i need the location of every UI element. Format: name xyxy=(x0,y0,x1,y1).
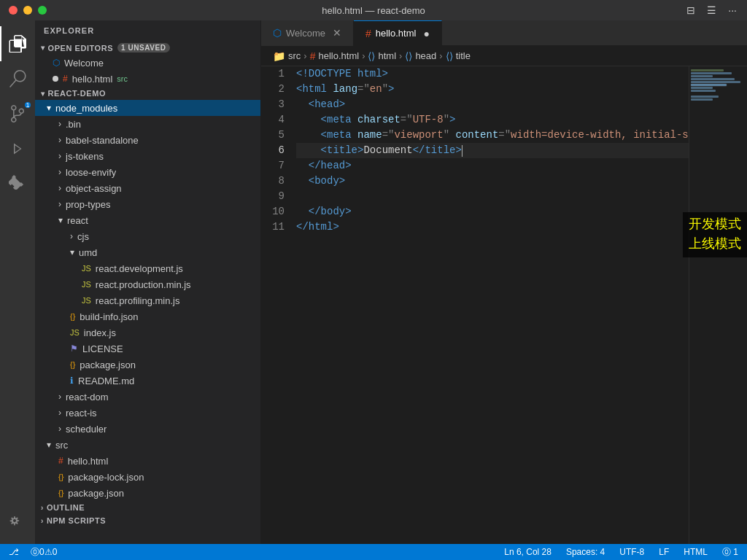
activity-extensions[interactable] xyxy=(0,166,35,201)
json-icon: {} xyxy=(58,489,63,497)
hello-html-tab-close[interactable]: ● xyxy=(423,28,429,39)
react-dom-folder[interactable]: › react-dom xyxy=(35,389,260,405)
react-demo-section[interactable]: ▾ React-Demo xyxy=(35,87,260,100)
code-content[interactable]: <!DOCTYPE html> <html lang="en"> <head> … xyxy=(296,66,689,544)
more-actions-icon[interactable]: ··· xyxy=(725,3,740,18)
sidebar-header: Explorer xyxy=(35,20,260,41)
package-json-root[interactable]: {} package.json xyxy=(35,485,260,501)
react-dom-name: react-dom xyxy=(66,392,109,402)
license-file[interactable]: ⚑ LICENSE xyxy=(35,341,260,357)
git-branch[interactable]: ⎇ xyxy=(6,544,22,560)
breadcrumb-hello-html[interactable]: # hello.html xyxy=(310,50,359,62)
language-mode[interactable]: HTML xyxy=(681,544,711,560)
readme-md[interactable]: ℹ README.md xyxy=(35,373,260,389)
folder-icon: › xyxy=(58,408,61,418)
breadcrumb-title[interactable]: ⟨⟩ title xyxy=(446,50,471,62)
babel-standalone-name: babel-standalone xyxy=(66,135,139,146)
object-assign-name: object-assign xyxy=(66,183,122,194)
react-profiling-min-js[interactable]: JS react.profiling.min.js xyxy=(35,292,260,308)
index-js[interactable]: JS index.js xyxy=(35,324,260,341)
welcome-tab-name: Welcome xyxy=(64,58,104,69)
node-modules-folder[interactable]: ▾ node_modules xyxy=(35,100,260,116)
open-editor-hello-html[interactable]: # hello.html src xyxy=(35,71,260,87)
package-json-react[interactable]: {} package.json xyxy=(35,357,260,373)
outline-section[interactable]: › Outline xyxy=(35,501,260,514)
cjs-folder[interactable]: › cjs xyxy=(35,228,260,244)
line-ending[interactable]: LF xyxy=(656,544,672,560)
welcome-tab[interactable]: ⬡ Welcome ✕ xyxy=(261,20,354,46)
npm-scripts-label: NPM Scripts xyxy=(47,516,106,525)
split-editor-icon[interactable]: ⊟ xyxy=(684,3,698,18)
loose-envify-folder[interactable]: › loose-envify xyxy=(35,164,260,180)
annotation-line-2: 上线模式 xyxy=(689,235,741,254)
cursor-position[interactable]: Ln 6, Col 28 xyxy=(501,544,554,560)
sidebar: Explorer ▾ Open Editors 1 Unsaved ⬡ Welc… xyxy=(35,20,261,544)
mini-line-11 xyxy=(691,98,713,101)
maximize-button[interactable] xyxy=(38,6,47,15)
vscode-tab-icon: ⬡ xyxy=(273,27,282,39)
activity-explorer[interactable] xyxy=(0,26,35,61)
open-editors-section[interactable]: ▾ Open Editors 1 Unsaved xyxy=(35,41,260,55)
prop-types-folder[interactable]: › prop-types xyxy=(35,196,260,212)
code-line-1: <!DOCTYPE html> xyxy=(296,66,689,82)
hello-html-name: hello.html xyxy=(68,456,109,467)
react-production-min-js[interactable]: JS react.production.min.js xyxy=(35,276,260,292)
babel-standalone-folder[interactable]: › babel-standalone xyxy=(35,132,260,148)
readme-name: README.md xyxy=(78,376,134,386)
hello-html-tab[interactable]: # hello.html ● xyxy=(354,20,442,46)
toggle-sidebar-icon[interactable]: ☰ xyxy=(704,3,719,18)
encoding[interactable]: UTF-8 xyxy=(616,544,647,560)
src-name: src xyxy=(55,440,68,451)
mini-line-1 xyxy=(691,69,724,71)
code-line-3: <head> xyxy=(296,97,689,112)
src-badge: src xyxy=(117,74,128,83)
npm-scripts-chevron: › xyxy=(41,517,44,525)
scheduler-folder[interactable]: › scheduler xyxy=(35,421,260,437)
js-icon: JS xyxy=(82,264,91,273)
build-info-json[interactable]: {} build-info.json xyxy=(35,308,260,324)
minimize-button[interactable] xyxy=(23,6,32,15)
json-icon: {} xyxy=(70,312,75,321)
activity-source-control[interactable]: 1 xyxy=(0,96,35,131)
code-line-5: <meta name="viewport" content="width=dev… xyxy=(296,128,689,143)
feedback[interactable]: ⓪ 1 xyxy=(719,544,741,560)
doctype-tag: <!DOCTYPE html> xyxy=(296,66,388,82)
line-numbers: 1 2 3 4 5 6 7 8 9 10 11 xyxy=(261,66,296,544)
errors-warnings[interactable]: ⓪ 0 ⚠ 0 xyxy=(28,544,60,560)
breadcrumb-html[interactable]: ⟨⟩ html xyxy=(368,50,396,62)
breadcrumb: 📁 src › # hello.html › ⟨⟩ html › ⟨⟩ head… xyxy=(261,46,747,66)
activity-run[interactable] xyxy=(0,131,35,166)
welcome-tab-label: Welcome xyxy=(286,28,325,39)
react-is-folder[interactable]: › react-is xyxy=(35,405,260,421)
breadcrumb-head[interactable]: ⟨⟩ head xyxy=(405,50,436,62)
index-js-name: index.js xyxy=(84,327,116,338)
npm-scripts-section[interactable]: › NPM Scripts xyxy=(35,514,260,527)
code-line-9 xyxy=(296,189,689,204)
code-editor[interactable]: 1 2 3 4 5 6 7 8 9 10 11 <!DOCTYPE html> … xyxy=(261,66,747,544)
breadcrumb-src[interactable]: 📁 src xyxy=(273,50,301,62)
welcome-tab-close[interactable]: ✕ xyxy=(333,27,341,39)
mini-line-3 xyxy=(691,75,713,77)
object-assign-folder[interactable]: › object-assign xyxy=(35,180,260,196)
js-tokens-folder[interactable]: › js-tokens xyxy=(35,148,260,164)
close-button[interactable] xyxy=(9,6,18,15)
folder-open-icon: ▾ xyxy=(58,215,63,225)
umd-folder[interactable]: ▾ umd xyxy=(35,244,260,260)
warning-count: 0 xyxy=(53,547,58,557)
activity-search[interactable] xyxy=(0,61,35,96)
hello-html-file[interactable]: # hello.html xyxy=(35,453,260,469)
package-lock-json[interactable]: {} package-lock.json xyxy=(35,469,260,485)
react-development-js[interactable]: JS react.development.js xyxy=(35,260,260,276)
bin-folder[interactable]: › .bin xyxy=(35,116,260,132)
window-title: hello.html — react-demo xyxy=(322,5,425,16)
editor-area: ⬡ Welcome ✕ # hello.html ● 📁 src › # hel… xyxy=(261,20,747,544)
head-tag-icon: ⟨⟩ xyxy=(405,50,412,62)
src-folder[interactable]: ▾ src xyxy=(35,437,260,453)
code-line-8: <body> xyxy=(296,174,689,189)
open-editor-welcome[interactable]: ⬡ Welcome xyxy=(35,55,260,71)
html-bc-icon: # xyxy=(310,50,316,62)
activity-settings[interactable] xyxy=(0,509,35,544)
react-folder[interactable]: ▾ react xyxy=(35,212,260,228)
spaces-indicator[interactable]: Spaces: 4 xyxy=(563,544,608,560)
folder-icon: › xyxy=(58,119,61,129)
